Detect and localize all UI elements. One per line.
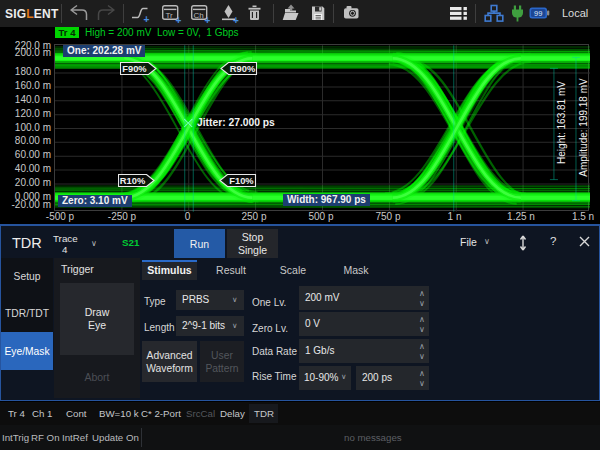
svg-text:99: 99 <box>534 9 542 18</box>
svg-text:+: + <box>176 15 182 26</box>
svg-text:Tr: Tr <box>166 11 174 20</box>
svg-text:+: + <box>144 14 150 25</box>
svg-text:Ch: Ch <box>194 11 204 20</box>
svg-text:R90%: R90% <box>230 64 256 74</box>
svg-text:R10%: R10% <box>120 176 146 186</box>
svg-text:+: + <box>233 15 239 26</box>
svg-text:+: + <box>205 15 211 26</box>
svg-text:F10%: F10% <box>229 176 254 186</box>
svg-text:F90%: F90% <box>122 64 147 74</box>
